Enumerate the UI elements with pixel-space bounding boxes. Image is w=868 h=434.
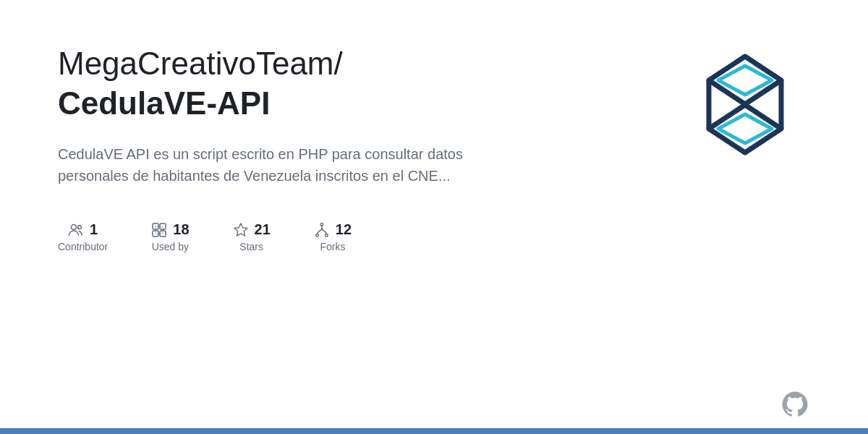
fork-icon: [314, 222, 330, 238]
right-section: [680, 43, 810, 166]
stat-stars-top: 21: [233, 221, 271, 238]
repo-logo: [680, 51, 810, 166]
stat-stars: 21 Stars: [233, 221, 271, 252]
contributor-label: Contributor: [58, 241, 108, 252]
stat-used-by: 18 Used by: [151, 221, 189, 252]
contributor-count: 1: [90, 221, 98, 238]
repo-description: CedulaVE API es un script escrito en PHP…: [58, 143, 506, 187]
bottom-bar: [0, 428, 868, 434]
used-by-count: 18: [173, 221, 189, 238]
used-by-label: Used by: [152, 241, 189, 252]
stars-label: Stars: [239, 241, 263, 252]
repo-org: MegaCreativoTeam/: [58, 46, 343, 81]
contributor-icon: [68, 222, 84, 238]
stat-forks: 12 Forks: [314, 221, 352, 252]
stat-forks-top: 12: [314, 221, 352, 238]
svg-point-0: [72, 224, 77, 229]
left-section: MegaCreativoTeam/ CedulaVE-API CedulaVE …: [58, 43, 564, 252]
stars-count: 21: [255, 221, 271, 238]
forks-label: Forks: [320, 241, 345, 252]
bottom-area: [0, 407, 868, 428]
svg-point-1: [78, 225, 82, 229]
stat-used-by-top: 18: [151, 221, 189, 238]
stat-contributor-top: 1: [68, 221, 98, 238]
star-icon: [233, 222, 249, 238]
main-content: MegaCreativoTeam/ CedulaVE-API CedulaVE …: [0, 0, 868, 407]
used-by-icon: [151, 222, 167, 238]
forks-count: 12: [336, 221, 352, 238]
stat-contributor: 1 Contributor: [58, 221, 108, 252]
stats-row: 1 Contributor: [58, 221, 564, 252]
repo-name: CedulaVE-API: [58, 85, 270, 121]
repo-title: MegaCreativoTeam/ CedulaVE-API: [58, 43, 564, 123]
github-octocat-icon: [780, 389, 810, 422]
